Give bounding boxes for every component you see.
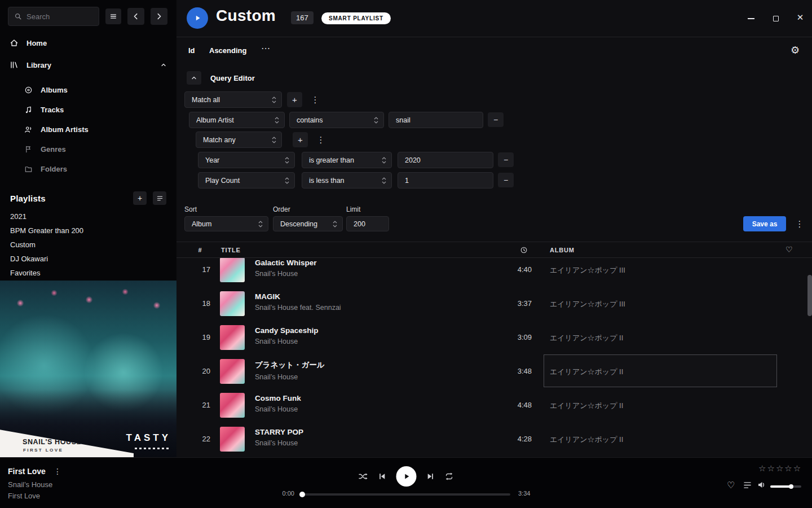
limit-input[interactable] bbox=[346, 216, 389, 231]
search-input[interactable] bbox=[27, 12, 93, 21]
next-icon bbox=[427, 472, 435, 480]
sidebar-item-album-artists[interactable]: Album Artists bbox=[0, 120, 176, 139]
remove-rule-button[interactable]: − bbox=[498, 173, 514, 187]
seek-bar[interactable] bbox=[302, 493, 510, 496]
volume-button[interactable] bbox=[757, 481, 766, 489]
rule-operator-select[interactable]: is greater than bbox=[302, 152, 392, 168]
rule-value-input[interactable] bbox=[389, 112, 483, 128]
playlist-item[interactable]: Favorites bbox=[0, 266, 176, 280]
sort-select[interactable]: Album bbox=[184, 216, 268, 231]
track-duration: 3:37 bbox=[498, 299, 532, 308]
sidebar-item-genres[interactable]: Genres bbox=[0, 139, 176, 159]
rule-field-select[interactable]: Album Artist bbox=[189, 112, 285, 128]
track-number: 21 bbox=[190, 401, 210, 409]
table-row[interactable]: 22 STARRY POP Snail’s House 4:28 エイリアン☆ポ… bbox=[176, 422, 812, 456]
column-number[interactable]: # bbox=[190, 247, 210, 253]
star-icon[interactable]: ☆ bbox=[758, 463, 767, 474]
table-row[interactable]: 19 Candy Spaceship Snail’s House 3:09 エイ… bbox=[176, 321, 812, 354]
forward-button[interactable] bbox=[151, 8, 167, 25]
table-row[interactable]: 17 Galactic Whisper Snail’s House 4:40 エ… bbox=[176, 258, 812, 287]
settings-button[interactable]: ⚙ bbox=[791, 44, 800, 56]
sort-order-button[interactable]: Ascending bbox=[209, 46, 246, 55]
match-mode-select[interactable]: Match all bbox=[184, 91, 282, 108]
table-row[interactable]: 21 Cosmo Funk Snail’s House 4:48 エイリアン☆ポ… bbox=[176, 388, 812, 422]
scrollbar-thumb[interactable] bbox=[807, 275, 812, 316]
repeat-button[interactable] bbox=[445, 472, 454, 481]
minimize-button[interactable] bbox=[745, 12, 757, 25]
sidebar-item-home[interactable]: Home bbox=[0, 34, 176, 52]
play-pause-button[interactable] bbox=[396, 466, 417, 487]
column-album[interactable]: ALBUM bbox=[550, 247, 575, 253]
group-menu-button[interactable]: ⋮ bbox=[310, 92, 321, 107]
toolbar-more-button[interactable]: ⋯ bbox=[261, 43, 271, 54]
nested-match-mode-select[interactable]: Match any bbox=[196, 132, 282, 148]
volume-slider[interactable] bbox=[770, 485, 801, 488]
favorite-button[interactable]: ♡ bbox=[727, 480, 735, 491]
previous-button[interactable] bbox=[378, 472, 386, 480]
favorite-column-icon[interactable]: ♡ bbox=[785, 245, 793, 254]
nested-group-menu-button[interactable]: ⋮ bbox=[315, 132, 326, 147]
rule-operator-select[interactable]: contains bbox=[289, 112, 384, 128]
rule-field-select[interactable]: Play Count bbox=[198, 172, 295, 189]
duration-column-icon[interactable] bbox=[520, 246, 528, 254]
playlist-item[interactable]: 2021 bbox=[0, 209, 176, 224]
playlist-list-button[interactable] bbox=[153, 191, 166, 205]
volume-handle[interactable] bbox=[789, 484, 793, 489]
sort-field-button[interactable]: Id bbox=[188, 46, 195, 55]
rule-value-input[interactable] bbox=[398, 172, 493, 189]
queue-button[interactable] bbox=[743, 481, 752, 489]
chevron-up-icon[interactable] bbox=[160, 62, 167, 68]
minus-icon: − bbox=[504, 176, 508, 185]
menu-button[interactable] bbox=[105, 8, 121, 24]
chevron-right-icon bbox=[155, 12, 163, 20]
disc-icon bbox=[24, 86, 33, 94]
next-button[interactable] bbox=[427, 472, 435, 480]
star-icon[interactable]: ☆ bbox=[793, 463, 802, 474]
seek-handle[interactable] bbox=[299, 492, 305, 497]
add-rule-button[interactable]: + bbox=[287, 92, 302, 107]
add-playlist-button[interactable]: + bbox=[133, 191, 147, 205]
now-playing-menu-button[interactable]: ⋮ bbox=[54, 467, 61, 476]
add-nested-rule-button[interactable]: + bbox=[293, 132, 308, 147]
play-playlist-button[interactable] bbox=[187, 7, 208, 29]
shuffle-button[interactable] bbox=[359, 472, 368, 481]
table-row[interactable]: 18 MAGIK Snail’s House feat. Sennzai 3:3… bbox=[176, 287, 812, 321]
playlist-item[interactable]: BPM Greater than 200 bbox=[0, 224, 176, 238]
close-button[interactable]: ✕ bbox=[794, 11, 806, 24]
home-icon bbox=[10, 38, 19, 47]
remove-rule-button[interactable]: − bbox=[488, 112, 504, 127]
track-duration: 4:48 bbox=[498, 401, 532, 409]
star-icon[interactable]: ☆ bbox=[767, 463, 775, 474]
rule-value-input[interactable] bbox=[398, 152, 493, 168]
now-playing-cover-art[interactable]: SNAIL'S HOUSE FIRST LOVE TASTY bbox=[0, 281, 176, 457]
player-bar: First Love ⋮ Snail’s House First Love 0:… bbox=[0, 457, 812, 508]
star-icon[interactable]: ☆ bbox=[784, 463, 793, 474]
table-row[interactable]: 20 プラネット・ガール Snail’s House 3:48 エイリアン☆ポッ… bbox=[176, 354, 812, 388]
playlist-item[interactable]: Custom bbox=[0, 238, 176, 252]
cover-brand-sub bbox=[135, 448, 170, 449]
query-editor-collapse-button[interactable] bbox=[187, 71, 201, 85]
save-as-button[interactable]: Save as bbox=[743, 216, 786, 231]
rule-operator-select[interactable]: is less than bbox=[302, 172, 392, 189]
back-button[interactable] bbox=[127, 8, 144, 25]
plus-icon: + bbox=[138, 194, 142, 203]
save-menu-button[interactable]: ⋮ bbox=[794, 216, 805, 231]
sidebar-item-folders[interactable]: Folders bbox=[0, 159, 176, 179]
updown-icon bbox=[275, 116, 279, 124]
sidebar-item-albums[interactable]: Albums bbox=[0, 80, 176, 100]
sidebar-item-library[interactable]: Library bbox=[0, 56, 176, 74]
star-icon[interactable]: ☆ bbox=[776, 463, 784, 474]
now-playing-title: First Love bbox=[8, 467, 46, 476]
search-box[interactable] bbox=[8, 7, 99, 26]
column-title[interactable]: TITLE bbox=[221, 247, 241, 253]
sidebar-item-tracks[interactable]: Tracks bbox=[0, 100, 176, 120]
order-select[interactable]: Descending bbox=[273, 216, 343, 231]
remove-rule-button[interactable]: − bbox=[498, 152, 514, 167]
maximize-button[interactable] bbox=[770, 12, 782, 25]
track-album: エイリアン☆ポップ II bbox=[550, 333, 623, 343]
playlist-item[interactable]: DJ Okawari bbox=[0, 252, 176, 266]
plus-icon: + bbox=[298, 135, 303, 144]
maximize-icon bbox=[773, 16, 779, 21]
rule-field-select[interactable]: Year bbox=[198, 152, 295, 168]
library-sub-list: Albums Tracks Album Artists bbox=[0, 78, 176, 179]
